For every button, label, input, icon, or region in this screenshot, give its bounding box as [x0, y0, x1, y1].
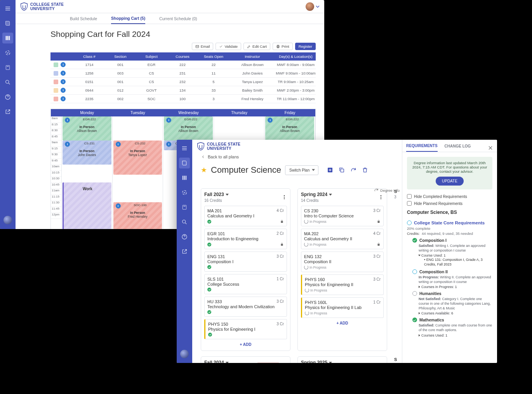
validate-button[interactable]: Validate	[216, 43, 241, 50]
avatar[interactable]	[306, 2, 314, 11]
term-menu-icon[interactable]	[378, 194, 384, 200]
courses-in-progress-link[interactable]: Courses in Progress: 1	[419, 285, 492, 289]
block-soc[interactable]: iSOC-100In PersonFred Hensley	[113, 202, 162, 229]
course-used-link[interactable]: Course Used: 1	[419, 253, 492, 257]
edit-cart-button[interactable]: Edit Cart	[243, 43, 270, 50]
close-icon[interactable]	[488, 145, 493, 151]
columns-icon[interactable]	[179, 172, 190, 183]
menu-icon[interactable]	[2, 3, 13, 14]
register-button[interactable]: Register	[295, 43, 316, 50]
search-icon[interactable]	[2, 77, 13, 88]
core-credits: Credits: 44 required, 9 used, 35 needed	[407, 231, 492, 236]
term-menu-icon[interactable]	[282, 363, 287, 363]
degree-info-notice: Degree information last updated March 20…	[407, 157, 492, 189]
course-card[interactable]: MA 2014 Cr Calculus and Geometry I	[204, 206, 287, 226]
block-egr[interactable]: iEGR-222In PersonAllison Brown	[63, 116, 111, 141]
external-icon[interactable]	[2, 106, 13, 117]
settings-icon[interactable]	[180, 350, 189, 358]
tab-cart[interactable]: Shopping Cart (5)	[111, 13, 145, 24]
columns-icon[interactable]	[2, 33, 13, 43]
info-icon[interactable]: i	[61, 88, 66, 93]
menu-icon[interactable]	[179, 143, 190, 154]
tab-build[interactable]: Build Schedule	[70, 13, 97, 24]
alert-badge[interactable]: 1 ALERT	[257, 363, 279, 363]
add-course-button[interactable]: + ADD	[301, 321, 384, 325]
info-icon[interactable]: i	[61, 96, 66, 101]
term-name[interactable]: Spring 2024	[301, 192, 332, 197]
term-fall-2024: Fall 2024 15 Credits 1 ALERT CS 2314 Cr	[201, 356, 290, 363]
courses-used-link[interactable]: Courses Used: 1	[419, 333, 492, 337]
status-progress-icon: In Progress	[304, 219, 326, 224]
info-icon[interactable]: i	[61, 79, 66, 84]
refresh-icon[interactable]	[350, 167, 356, 173]
course-card[interactable]: HU 3333 Cr Technology and Modern Civiliz…	[204, 297, 287, 317]
course-card[interactable]: CS 2303 Cr Intro to Computer Science In …	[301, 206, 384, 226]
term-menu-icon[interactable]	[378, 363, 384, 363]
trash-icon[interactable]	[362, 167, 368, 173]
cart-row[interactable]: i 2235002SOC1003Fred HensleyTR 11:00am -…	[50, 95, 316, 103]
svg-rect-31	[378, 244, 380, 246]
book-icon[interactable]	[179, 158, 190, 168]
info-icon[interactable]: i	[61, 71, 66, 76]
update-button[interactable]: UPDATE	[436, 177, 464, 186]
course-card[interactable]: PHYS 1603 Cr Physics for Engineering II …	[301, 274, 384, 295]
help-icon[interactable]	[2, 92, 13, 102]
progress-icon[interactable]	[2, 47, 13, 58]
cart-row[interactable]: i 1258003CS23111John DaviesMWF 9:00am - …	[50, 69, 316, 78]
back-link[interactable]: Back to all plans	[201, 154, 239, 159]
drawer-tab-changelog[interactable]: CHANGE LOG	[445, 144, 471, 151]
degree-info-link[interactable]: Degree Info	[374, 188, 400, 193]
term-name[interactable]: Fall 2023	[204, 192, 229, 197]
switch-plan-dropdown[interactable]: Switch Plan	[285, 165, 318, 175]
notebook-icon[interactable]	[179, 202, 190, 213]
add-course-button[interactable]: + ADD	[204, 342, 287, 347]
settings-icon[interactable]	[3, 216, 12, 224]
plan-title: Computer Science	[211, 165, 281, 175]
req-comp2[interactable]: Composition II	[419, 269, 448, 274]
courses-available-link[interactable]: Courses Available: 6	[419, 311, 492, 315]
block-cs231[interactable]: iCS-231In PersonJohn Davies	[63, 141, 111, 165]
add-icon[interactable]	[327, 167, 333, 173]
course-card[interactable]: EGR 1012 Cr Introduction to Engineering	[204, 229, 287, 249]
external-icon[interactable]	[179, 246, 190, 257]
progress-icon[interactable]	[179, 187, 190, 198]
status-ok-icon	[207, 220, 211, 224]
hide-planned-checkbox[interactable]: Hide Planned Requirements	[407, 201, 492, 206]
email-button[interactable]: Email	[192, 43, 214, 50]
cart-row[interactable]: i 1714001EGR22222Allison BrownMWF 8:00am…	[50, 61, 316, 69]
req-humanities[interactable]: Humanities	[419, 291, 442, 296]
course-card[interactable]: MA 2024 Cr Calculus and Geometry II In P…	[301, 229, 384, 249]
tab-current[interactable]: Current Schedule (0)	[159, 13, 197, 24]
course-card[interactable]: ENG 1313 Cr Composition I	[204, 252, 287, 272]
copy-icon[interactable]	[339, 167, 345, 173]
help-icon[interactable]	[179, 231, 190, 242]
print-button[interactable]: Print	[273, 43, 293, 50]
cart-row[interactable]: i 0151001CS2325Tanya LopezTR 9:00am - 10…	[50, 78, 316, 86]
block-work[interactable]: Work	[63, 182, 111, 229]
core-requirements-header[interactable]: College State Core Requirements	[407, 220, 492, 225]
block-cs232[interactable]: iCS-232In PersonTanya Lopez	[113, 141, 162, 175]
drawer-tab-requirements[interactable]: REQUIREMENTS	[406, 144, 438, 152]
search-icon[interactable]	[179, 217, 190, 227]
course-card[interactable]: PHYS 1503 Cr Physics for Engineering I	[204, 319, 287, 339]
term-name[interactable]: Fall 2024	[204, 360, 229, 363]
course-card[interactable]: SLS 1011 Cr College Success	[204, 274, 287, 294]
block-egr[interactable]: iEGR-222In PersonAllison Brown	[164, 116, 213, 141]
course-card[interactable]: ENG 1323 Cr Composition II In Progress	[301, 252, 384, 272]
cart-row[interactable]: i 0944012GOVT13433Bailey SmithMWF 2:00pm…	[50, 86, 316, 95]
brand-logo: COLLEGE STATEUNIVERSITY	[197, 142, 240, 151]
term-menu-icon[interactable]	[282, 194, 287, 200]
notebook-icon[interactable]	[2, 62, 13, 73]
term-name[interactable]: Spring 2025	[301, 360, 332, 363]
book-icon[interactable]	[2, 18, 13, 29]
hide-completed-checkbox[interactable]: Hide Completed Requirements	[407, 194, 492, 199]
term-spring-2024: Spring 2024 14 Credits CS 2303 Cr Intro …	[297, 188, 387, 351]
req-mathematics[interactable]: Mathematics	[419, 318, 444, 322]
block-egr[interactable]: iEGR-222In PersonAllison Brown	[265, 116, 314, 141]
course-card[interactable]: PHYS 160L1 Cr Physics for Engineering II…	[301, 297, 384, 318]
req-comp1[interactable]: Composition I	[419, 238, 447, 243]
chevron-down-icon[interactable]	[316, 5, 320, 9]
svg-point-29	[381, 198, 381, 199]
favorite-star-icon[interactable]: ★	[201, 166, 207, 174]
info-icon[interactable]: i	[61, 62, 66, 67]
